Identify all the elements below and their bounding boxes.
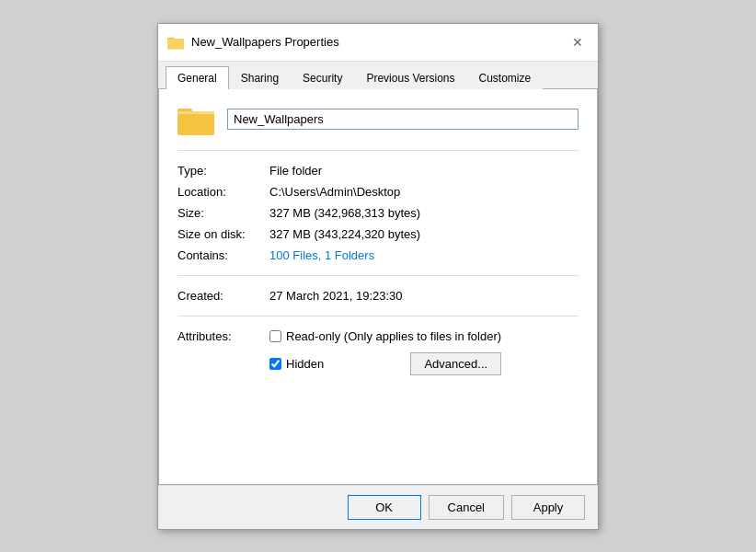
contains-row: Contains: 100 Files, 1 Folders [178,245,578,266]
svg-rect-6 [178,114,214,134]
folder-large-icon [178,104,214,135]
tab-general[interactable]: General [166,66,229,89]
tab-customize[interactable]: Customize [466,66,543,89]
divider-3 [178,316,578,316]
contains-value: 100 Files, 1 Folders [269,248,374,262]
location-label: Location: [178,185,269,199]
divider-1 [178,150,578,151]
size-label: Size: [178,206,269,220]
title-bar-folder-icon [167,34,184,51]
location-row: Location: C:\Users\Admin\Desktop [178,181,578,202]
type-row: Type: File folder [178,160,578,181]
title-bar: New_Wallpapers Properties ✕ [158,24,598,62]
tab-previous-versions[interactable]: Previous Versions [354,66,466,89]
readonly-checkbox[interactable] [269,330,281,342]
tabs-bar: General Sharing Security Previous Versio… [158,62,598,89]
hidden-row: Hidden [269,357,324,371]
readonly-label: Read-only (Only applies to files in fold… [286,329,501,343]
attributes-row: Attributes: Read-only (Only applies to f… [178,326,578,379]
close-button[interactable]: ✕ [567,31,589,53]
location-value: C:\Users\Admin\Desktop [269,185,400,199]
dialog-footer: OK Cancel Apply [158,485,598,529]
type-label: Type: [178,164,269,178]
divider-2 [178,275,578,276]
attributes-content: Read-only (Only applies to files in fold… [269,329,501,375]
svg-rect-2 [167,39,184,49]
created-row: Created: 27 March 2021, 19:23:30 [178,285,578,306]
attributes-bottom: Hidden Advanced... [269,352,501,375]
advanced-button[interactable]: Advanced... [410,352,501,375]
tab-security[interactable]: Security [291,66,354,89]
title-bar-left: New_Wallpapers Properties [167,34,339,51]
cancel-button[interactable]: Cancel [429,495,504,520]
size-on-disk-value: 327 MB (343,224,320 bytes) [269,227,420,241]
created-value: 27 March 2021, 19:23:30 [269,289,403,303]
dialog-title: New_Wallpapers Properties [191,35,339,49]
created-label: Created: [178,289,269,303]
size-value: 327 MB (342,968,313 bytes) [269,206,420,220]
folder-header [178,104,578,135]
hidden-checkbox[interactable] [269,358,281,370]
tab-content: Type: File folder Location: C:\Users\Adm… [158,89,598,485]
contains-label: Contains: [178,248,269,262]
size-row: Size: 327 MB (342,968,313 bytes) [178,202,578,224]
apply-button[interactable]: Apply [511,495,585,520]
attributes-label: Attributes: [178,329,269,375]
properties-dialog: New_Wallpapers Properties ✕ General Shar… [157,23,599,530]
hidden-label: Hidden [286,357,324,371]
readonly-row: Read-only (Only applies to files in fold… [269,329,501,343]
ok-button[interactable]: OK [348,495,421,520]
tab-sharing[interactable]: Sharing [229,66,291,89]
size-on-disk-label: Size on disk: [178,227,269,241]
type-value: File folder [269,164,322,178]
size-on-disk-row: Size on disk: 327 MB (343,224,320 bytes) [178,224,578,245]
folder-name-input[interactable] [227,109,578,130]
